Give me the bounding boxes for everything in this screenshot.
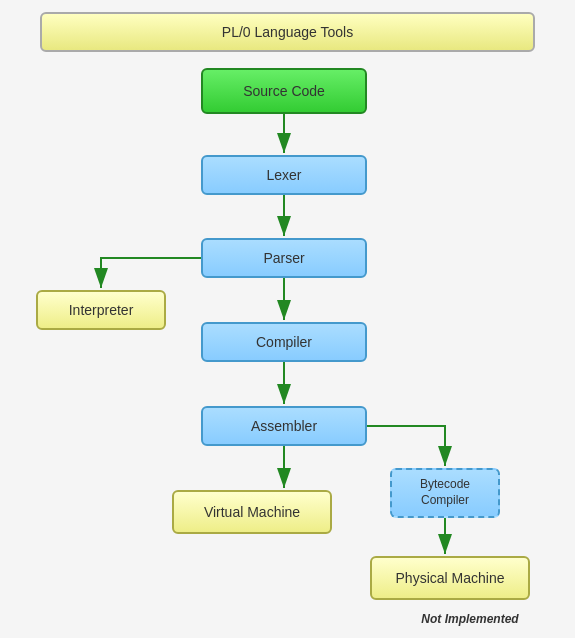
bytecode-compiler-label: Bytecode Compiler: [420, 477, 470, 508]
not-implemented-label: Not Implemented: [390, 612, 550, 626]
diagram-container: PL/0 Language Tools Source Code Lexer Pa…: [0, 0, 575, 638]
lexer-node: Lexer: [201, 155, 367, 195]
assembler-label: Assembler: [251, 418, 317, 434]
bytecode-compiler-node: Bytecode Compiler: [390, 468, 500, 518]
parser-label: Parser: [263, 250, 304, 266]
physical-machine-node: Physical Machine: [370, 556, 530, 600]
compiler-node: Compiler: [201, 322, 367, 362]
compiler-label: Compiler: [256, 334, 312, 350]
interpreter-node: Interpreter: [36, 290, 166, 330]
assembler-node: Assembler: [201, 406, 367, 446]
title-text: PL/0 Language Tools: [222, 24, 353, 40]
source-code-label: Source Code: [243, 83, 325, 99]
parser-node: Parser: [201, 238, 367, 278]
virtual-machine-node: Virtual Machine: [172, 490, 332, 534]
physical-machine-label: Physical Machine: [396, 570, 505, 586]
interpreter-label: Interpreter: [69, 302, 134, 318]
source-code-node: Source Code: [201, 68, 367, 114]
lexer-label: Lexer: [266, 167, 301, 183]
title-box: PL/0 Language Tools: [40, 12, 535, 52]
virtual-machine-label: Virtual Machine: [204, 504, 300, 520]
